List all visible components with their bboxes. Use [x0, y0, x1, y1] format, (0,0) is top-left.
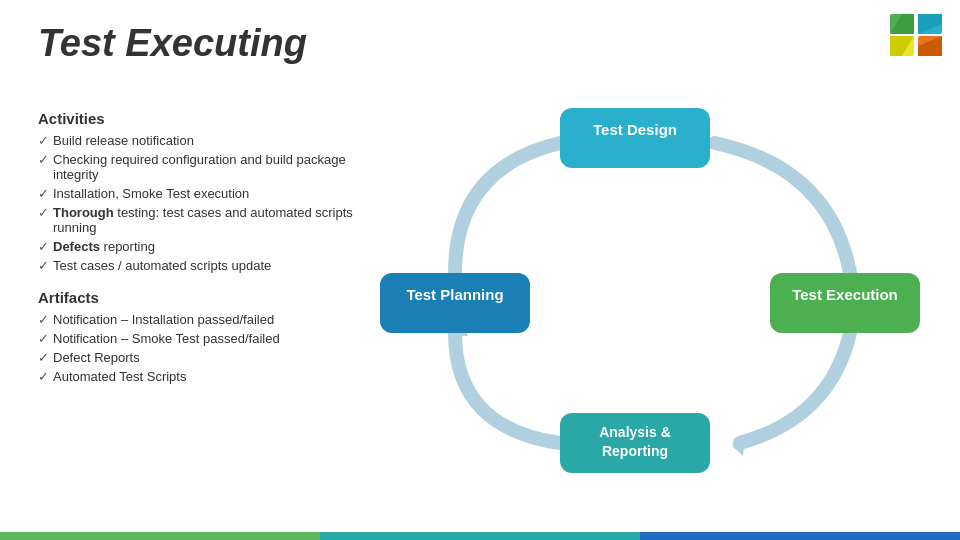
svg-rect-13 — [560, 108, 710, 168]
list-item: ✓ Checking required configuration and bu… — [38, 152, 358, 182]
check-icon: ✓ — [38, 258, 49, 273]
svg-rect-17 — [770, 273, 920, 333]
left-content: Activities ✓ Build release notification … — [38, 110, 358, 400]
check-icon: ✓ — [38, 312, 49, 327]
bottom-bar — [0, 532, 960, 540]
list-item: ✓ Installation, Smoke Test execution — [38, 186, 358, 201]
check-icon: ✓ — [38, 350, 49, 365]
list-item: ✓ Notification – Smoke Test passed/faile… — [38, 331, 358, 346]
check-icon: ✓ — [38, 239, 49, 254]
activities-section: Activities ✓ Build release notification … — [38, 110, 358, 273]
bottom-bar-blue — [640, 532, 960, 540]
page-title: Test Executing — [38, 22, 307, 65]
svg-text:Analysis &: Analysis & — [599, 424, 671, 440]
bottom-bar-green — [0, 532, 320, 540]
svg-text:Test Planning: Test Planning — [406, 286, 503, 303]
bottom-bar-teal — [320, 532, 640, 540]
svg-text:Test Design: Test Design — [593, 121, 677, 138]
svg-text:Test Execution: Test Execution — [792, 286, 898, 303]
artifacts-heading: Artifacts — [38, 289, 358, 306]
list-item: ✓ Defects reporting — [38, 239, 358, 254]
list-item: ✓ Automated Test Scripts — [38, 369, 358, 384]
check-icon: ✓ — [38, 369, 49, 384]
check-icon: ✓ — [38, 186, 49, 201]
list-item: ✓ Notification – Installation passed/fai… — [38, 312, 358, 327]
artifacts-section: Artifacts ✓ Notification – Installation … — [38, 289, 358, 384]
activities-heading: Activities — [38, 110, 358, 127]
check-icon: ✓ — [38, 152, 49, 167]
list-item: ✓ Thorough testing: test cases and autom… — [38, 205, 358, 235]
cycle-diagram: Test Design Test Planning Test Execution… — [360, 88, 940, 488]
list-item: ✓ Defect Reports — [38, 350, 358, 365]
check-icon: ✓ — [38, 133, 49, 148]
lits-logo: LITS — [890, 14, 942, 56]
artifacts-list: ✓ Notification – Installation passed/fai… — [38, 312, 358, 384]
check-icon: ✓ — [38, 331, 49, 346]
svg-text:Reporting: Reporting — [602, 443, 668, 459]
list-item: ✓ Build release notification — [38, 133, 358, 148]
svg-rect-15 — [380, 273, 530, 333]
activities-list: ✓ Build release notification ✓ Checking … — [38, 133, 358, 273]
check-icon: ✓ — [38, 205, 49, 220]
list-item: ✓ Test cases / automated scripts update — [38, 258, 358, 273]
